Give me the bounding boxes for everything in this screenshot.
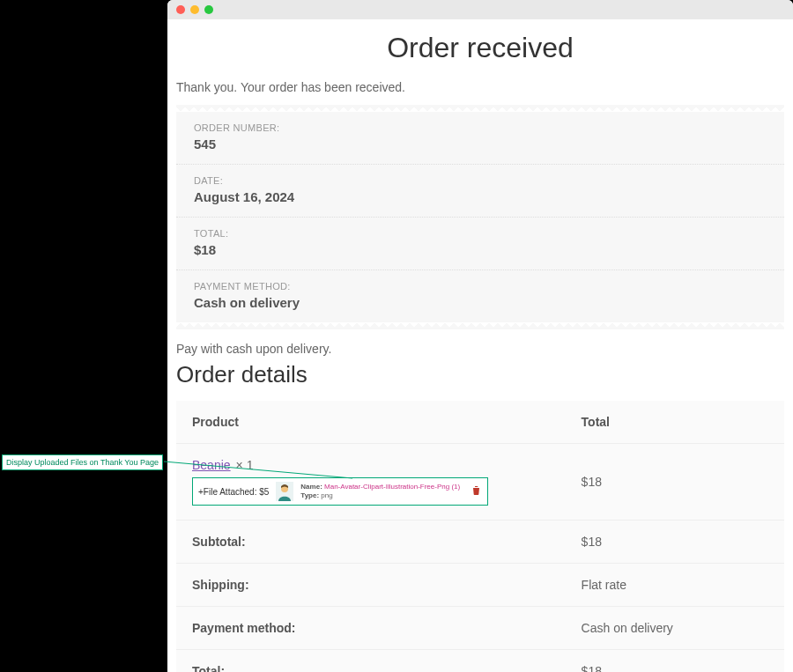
- table-row-product: Beanie × 1 +File Attached: $5: [176, 444, 784, 521]
- th-product: Product: [176, 401, 566, 444]
- tfoot-label: Total:: [176, 650, 566, 673]
- tfoot-label: Subtotal:: [176, 521, 566, 564]
- table-row: Payment method:Cash on delivery: [176, 607, 784, 650]
- th-total: Total: [566, 401, 784, 444]
- line-total: $18: [566, 444, 784, 521]
- table-row: Total:$18: [176, 650, 784, 673]
- order-summary: ORDER NUMBER: 545 DATE: August 16, 2024 …: [176, 105, 784, 329]
- summary-order-number: ORDER NUMBER: 545: [176, 112, 784, 165]
- tfoot-value: Cash on delivery: [566, 607, 784, 650]
- annotation-callout: Display Uploaded Files on Thank You Page: [2, 454, 163, 470]
- payment-note: Pay with cash upon delivery.: [176, 342, 784, 356]
- file-meta: Name: Man-Avatar-Clipart-Illustration-Fr…: [300, 483, 460, 501]
- minimize-icon[interactable]: [190, 5, 199, 14]
- summary-value: Cash on delivery: [194, 295, 767, 310]
- tfoot-label: Payment method:: [176, 607, 566, 650]
- annotation-text: Display Uploaded Files on Thank You Page: [2, 454, 163, 470]
- product-qty: × 1: [236, 458, 254, 472]
- avatar-thumbnail-icon: [276, 482, 293, 501]
- trash-icon[interactable]: [472, 486, 480, 497]
- tfoot-value: Flat rate: [566, 564, 784, 607]
- tfoot-value: $18: [566, 650, 784, 673]
- summary-value: August 16, 2024: [194, 189, 767, 204]
- tfoot-label: Shipping:: [176, 564, 566, 607]
- summary-label: PAYMENT METHOD:: [194, 281, 767, 292]
- summary-date: DATE: August 16, 2024: [176, 165, 784, 218]
- page-content: Order received Thank you. Your order has…: [167, 32, 793, 672]
- thank-you-text: Thank you. Your order has been received.: [176, 80, 784, 94]
- maximize-icon[interactable]: [204, 5, 213, 14]
- zigzag-border-top: [176, 105, 784, 112]
- file-attached-label: +File Attached: $5: [198, 487, 269, 497]
- zigzag-border-bottom: [176, 322, 784, 329]
- summary-label: ORDER NUMBER:: [194, 122, 767, 133]
- close-icon[interactable]: [176, 5, 185, 14]
- table-row: Subtotal:$18: [176, 521, 784, 564]
- summary-payment-method: PAYMENT METHOD: Cash on delivery: [176, 270, 784, 322]
- browser-window: Order received Thank you. Your order has…: [167, 0, 793, 672]
- summary-label: DATE:: [194, 175, 767, 186]
- window-titlebar: [167, 0, 793, 19]
- order-details-table: Product Total Beanie × 1 +File Attached:…: [176, 401, 784, 672]
- table-row: Shipping:Flat rate: [176, 564, 784, 607]
- tfoot-value: $18: [566, 521, 784, 564]
- summary-value: $18: [194, 242, 767, 257]
- summary-value: 545: [194, 137, 767, 151]
- page-title: Order received: [176, 32, 784, 64]
- file-attached-box: +File Attached: $5: [192, 477, 488, 506]
- summary-label: TOTAL:: [194, 228, 767, 239]
- summary-total: TOTAL: $18: [176, 218, 784, 270]
- table-footer: Subtotal:$18Shipping:Flat ratePayment me…: [176, 521, 784, 673]
- order-details-heading: Order details: [176, 361, 784, 388]
- product-link[interactable]: Beanie: [192, 458, 231, 472]
